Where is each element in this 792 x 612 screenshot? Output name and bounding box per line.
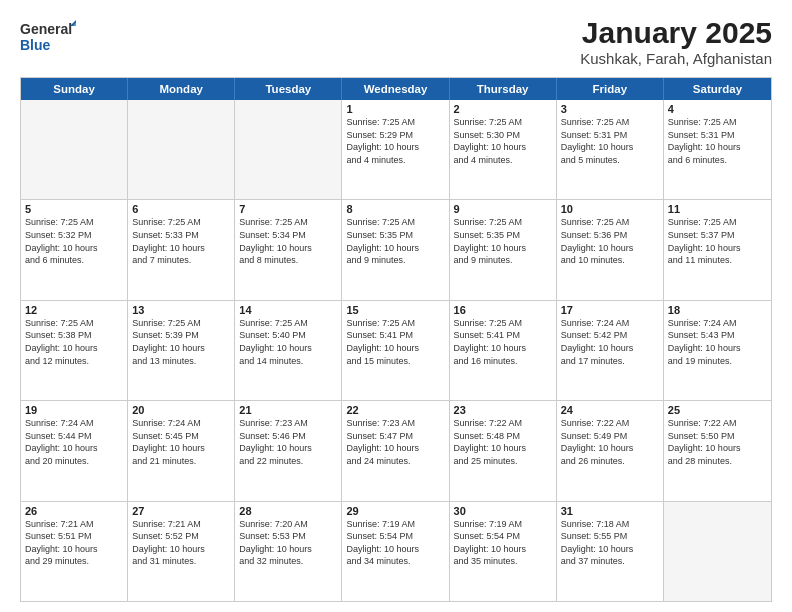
day-info: Sunrise: 7:25 AM Sunset: 5:40 PM Dayligh… [239,317,337,367]
calendar-cell: 10Sunrise: 7:25 AM Sunset: 5:36 PM Dayli… [557,200,664,299]
day-info: Sunrise: 7:25 AM Sunset: 5:35 PM Dayligh… [346,216,444,266]
day-info: Sunrise: 7:25 AM Sunset: 5:38 PM Dayligh… [25,317,123,367]
calendar-cell: 11Sunrise: 7:25 AM Sunset: 5:37 PM Dayli… [664,200,771,299]
day-number: 29 [346,505,444,517]
calendar-cell [235,100,342,199]
calendar-cell: 18Sunrise: 7:24 AM Sunset: 5:43 PM Dayli… [664,301,771,400]
calendar-cell: 8Sunrise: 7:25 AM Sunset: 5:35 PM Daylig… [342,200,449,299]
day-info: Sunrise: 7:19 AM Sunset: 5:54 PM Dayligh… [454,518,552,568]
day-info: Sunrise: 7:25 AM Sunset: 5:31 PM Dayligh… [668,116,767,166]
calendar-week-1: 1Sunrise: 7:25 AM Sunset: 5:29 PM Daylig… [21,100,771,199]
calendar-cell: 31Sunrise: 7:18 AM Sunset: 5:55 PM Dayli… [557,502,664,601]
header-day-monday: Monday [128,78,235,100]
day-info: Sunrise: 7:25 AM Sunset: 5:33 PM Dayligh… [132,216,230,266]
calendar-cell: 26Sunrise: 7:21 AM Sunset: 5:51 PM Dayli… [21,502,128,601]
day-info: Sunrise: 7:23 AM Sunset: 5:46 PM Dayligh… [239,417,337,467]
calendar-cell: 20Sunrise: 7:24 AM Sunset: 5:45 PM Dayli… [128,401,235,500]
day-number: 25 [668,404,767,416]
header-day-sunday: Sunday [21,78,128,100]
calendar-cell: 9Sunrise: 7:25 AM Sunset: 5:35 PM Daylig… [450,200,557,299]
day-info: Sunrise: 7:25 AM Sunset: 5:31 PM Dayligh… [561,116,659,166]
day-info: Sunrise: 7:25 AM Sunset: 5:36 PM Dayligh… [561,216,659,266]
day-info: Sunrise: 7:25 AM Sunset: 5:30 PM Dayligh… [454,116,552,166]
day-info: Sunrise: 7:25 AM Sunset: 5:32 PM Dayligh… [25,216,123,266]
calendar: SundayMondayTuesdayWednesdayThursdayFrid… [20,77,772,602]
day-info: Sunrise: 7:25 AM Sunset: 5:35 PM Dayligh… [454,216,552,266]
day-number: 27 [132,505,230,517]
calendar-cell: 4Sunrise: 7:25 AM Sunset: 5:31 PM Daylig… [664,100,771,199]
day-info: Sunrise: 7:25 AM Sunset: 5:41 PM Dayligh… [346,317,444,367]
day-info: Sunrise: 7:24 AM Sunset: 5:44 PM Dayligh… [25,417,123,467]
day-number: 31 [561,505,659,517]
header-day-thursday: Thursday [450,78,557,100]
day-info: Sunrise: 7:22 AM Sunset: 5:48 PM Dayligh… [454,417,552,467]
day-number: 19 [25,404,123,416]
day-info: Sunrise: 7:21 AM Sunset: 5:52 PM Dayligh… [132,518,230,568]
day-number: 3 [561,103,659,115]
calendar-cell: 28Sunrise: 7:20 AM Sunset: 5:53 PM Dayli… [235,502,342,601]
calendar-cell: 14Sunrise: 7:25 AM Sunset: 5:40 PM Dayli… [235,301,342,400]
calendar-week-3: 12Sunrise: 7:25 AM Sunset: 5:38 PM Dayli… [21,300,771,400]
calendar-cell: 12Sunrise: 7:25 AM Sunset: 5:38 PM Dayli… [21,301,128,400]
day-info: Sunrise: 7:24 AM Sunset: 5:45 PM Dayligh… [132,417,230,467]
calendar-body: 1Sunrise: 7:25 AM Sunset: 5:29 PM Daylig… [21,100,771,601]
day-number: 16 [454,304,552,316]
day-number: 12 [25,304,123,316]
header-day-tuesday: Tuesday [235,78,342,100]
day-number: 7 [239,203,337,215]
day-info: Sunrise: 7:22 AM Sunset: 5:50 PM Dayligh… [668,417,767,467]
calendar-cell: 2Sunrise: 7:25 AM Sunset: 5:30 PM Daylig… [450,100,557,199]
day-number: 24 [561,404,659,416]
calendar-title: January 2025 [580,16,772,50]
day-info: Sunrise: 7:24 AM Sunset: 5:43 PM Dayligh… [668,317,767,367]
calendar-cell [664,502,771,601]
day-number: 10 [561,203,659,215]
calendar-cell [128,100,235,199]
calendar-cell: 15Sunrise: 7:25 AM Sunset: 5:41 PM Dayli… [342,301,449,400]
day-number: 30 [454,505,552,517]
calendar-cell: 3Sunrise: 7:25 AM Sunset: 5:31 PM Daylig… [557,100,664,199]
day-number: 2 [454,103,552,115]
day-info: Sunrise: 7:23 AM Sunset: 5:47 PM Dayligh… [346,417,444,467]
calendar-cell: 24Sunrise: 7:22 AM Sunset: 5:49 PM Dayli… [557,401,664,500]
calendar-cell: 21Sunrise: 7:23 AM Sunset: 5:46 PM Dayli… [235,401,342,500]
calendar-week-4: 19Sunrise: 7:24 AM Sunset: 5:44 PM Dayli… [21,400,771,500]
header: General Blue January 2025 Kushkak, Farah… [20,16,772,67]
page: General Blue January 2025 Kushkak, Farah… [0,0,792,612]
day-number: 1 [346,103,444,115]
day-number: 13 [132,304,230,316]
day-info: Sunrise: 7:18 AM Sunset: 5:55 PM Dayligh… [561,518,659,568]
calendar-week-2: 5Sunrise: 7:25 AM Sunset: 5:32 PM Daylig… [21,199,771,299]
day-info: Sunrise: 7:25 AM Sunset: 5:37 PM Dayligh… [668,216,767,266]
svg-text:General: General [20,21,72,37]
calendar-cell: 7Sunrise: 7:25 AM Sunset: 5:34 PM Daylig… [235,200,342,299]
calendar-cell: 1Sunrise: 7:25 AM Sunset: 5:29 PM Daylig… [342,100,449,199]
calendar-cell: 23Sunrise: 7:22 AM Sunset: 5:48 PM Dayli… [450,401,557,500]
calendar-cell [21,100,128,199]
day-info: Sunrise: 7:25 AM Sunset: 5:39 PM Dayligh… [132,317,230,367]
day-number: 21 [239,404,337,416]
day-info: Sunrise: 7:25 AM Sunset: 5:34 PM Dayligh… [239,216,337,266]
day-number: 9 [454,203,552,215]
calendar-cell: 29Sunrise: 7:19 AM Sunset: 5:54 PM Dayli… [342,502,449,601]
day-number: 15 [346,304,444,316]
calendar-cell: 27Sunrise: 7:21 AM Sunset: 5:52 PM Dayli… [128,502,235,601]
header-day-wednesday: Wednesday [342,78,449,100]
calendar-cell: 30Sunrise: 7:19 AM Sunset: 5:54 PM Dayli… [450,502,557,601]
day-number: 6 [132,203,230,215]
day-number: 26 [25,505,123,517]
calendar-cell: 5Sunrise: 7:25 AM Sunset: 5:32 PM Daylig… [21,200,128,299]
day-number: 4 [668,103,767,115]
calendar-subtitle: Kushkak, Farah, Afghanistan [580,50,772,67]
day-number: 14 [239,304,337,316]
day-info: Sunrise: 7:25 AM Sunset: 5:41 PM Dayligh… [454,317,552,367]
calendar-cell: 25Sunrise: 7:22 AM Sunset: 5:50 PM Dayli… [664,401,771,500]
calendar-header: SundayMondayTuesdayWednesdayThursdayFrid… [21,78,771,100]
day-number: 11 [668,203,767,215]
logo: General Blue [20,16,76,56]
calendar-cell: 6Sunrise: 7:25 AM Sunset: 5:33 PM Daylig… [128,200,235,299]
day-info: Sunrise: 7:25 AM Sunset: 5:29 PM Dayligh… [346,116,444,166]
calendar-cell: 17Sunrise: 7:24 AM Sunset: 5:42 PM Dayli… [557,301,664,400]
calendar-week-5: 26Sunrise: 7:21 AM Sunset: 5:51 PM Dayli… [21,501,771,601]
day-number: 5 [25,203,123,215]
